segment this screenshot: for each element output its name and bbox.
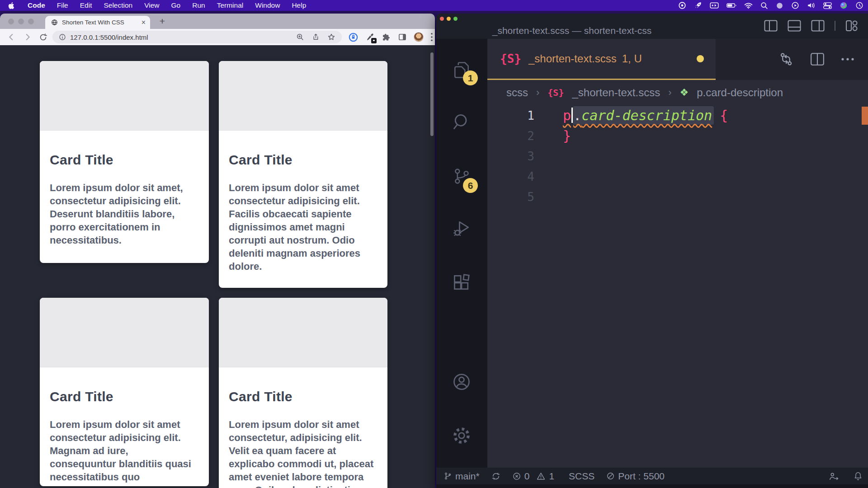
card-3-title: Card Title bbox=[50, 389, 197, 404]
live-server-status[interactable]: Port : 5500 bbox=[606, 471, 665, 482]
siri-icon[interactable] bbox=[840, 1, 848, 9]
play-circle-icon[interactable] bbox=[791, 1, 799, 9]
card-2: Card Title Lorem ipsum dolor sit amet co… bbox=[219, 61, 387, 288]
card-1-image-placeholder bbox=[40, 61, 209, 131]
git-branch-status[interactable]: main* bbox=[443, 471, 480, 482]
problems-status[interactable]: 0 1 bbox=[512, 471, 554, 482]
menu-window[interactable]: Window bbox=[249, 1, 286, 9]
search-icon[interactable] bbox=[760, 2, 768, 9]
line-number: 4 bbox=[487, 170, 534, 183]
menu-run[interactable]: Run bbox=[186, 1, 211, 9]
browser-minimize-button[interactable] bbox=[18, 19, 24, 24]
site-info-icon[interactable] bbox=[59, 33, 66, 41]
open-changes-icon[interactable] bbox=[778, 52, 794, 67]
screen-mirror-icon[interactable] bbox=[710, 2, 719, 9]
browser-zoom-button[interactable] bbox=[28, 19, 34, 24]
customize-layout-icon[interactable] bbox=[845, 20, 858, 32]
bookmark-star-icon[interactable] bbox=[327, 33, 335, 41]
chevron-right-icon: › bbox=[668, 87, 671, 99]
notifications-bell-icon[interactable] bbox=[854, 471, 863, 481]
card-4-text: Lorem ipsum dolor sit amet consectetur, … bbox=[229, 418, 376, 488]
new-tab-button[interactable]: + bbox=[156, 15, 169, 28]
menu-go[interactable]: Go bbox=[165, 1, 187, 9]
accounts-icon[interactable] bbox=[452, 372, 472, 392]
card-1: Card Title Lorem ipsum dolor sit amet, c… bbox=[40, 61, 209, 263]
browser-toolbar: 127.0.0.1:5500/index.html bbox=[0, 29, 435, 45]
apple-menu-icon[interactable] bbox=[0, 2, 22, 9]
control-center-icon[interactable] bbox=[823, 2, 832, 9]
profile-avatar[interactable] bbox=[414, 32, 424, 42]
clock-icon[interactable] bbox=[855, 1, 863, 9]
color-picker-icon[interactable] bbox=[365, 33, 375, 42]
menu-view[interactable]: View bbox=[138, 1, 165, 9]
toggle-panel-icon[interactable] bbox=[788, 20, 801, 32]
editor-tab-label: _shorten-text.scss bbox=[528, 52, 617, 65]
toggle-sidebar-icon[interactable] bbox=[764, 20, 778, 32]
feedback-icon[interactable] bbox=[828, 471, 839, 481]
page-scrollbar-thumb[interactable] bbox=[430, 52, 434, 136]
zoom-icon[interactable] bbox=[296, 33, 304, 41]
search-sidebar-icon[interactable] bbox=[452, 112, 472, 132]
browser-tab-strip: Shorten Text With CSS × + bbox=[0, 14, 435, 29]
menu-help[interactable]: Help bbox=[286, 1, 312, 9]
browser-menu-kebab-icon[interactable] bbox=[430, 33, 433, 42]
split-editor-icon[interactable] bbox=[810, 52, 825, 66]
unsaved-dot-icon[interactable] bbox=[697, 55, 704, 62]
card-2-text: Lorem ipsum dolor sit amet consectetur a… bbox=[229, 181, 376, 273]
menu-edit[interactable]: Edit bbox=[74, 1, 98, 9]
code-line-3: 3 bbox=[487, 146, 868, 166]
editor-tab[interactable]: {S} _shorten-text.scss 1, U bbox=[487, 39, 716, 80]
back-icon[interactable] bbox=[6, 32, 16, 42]
menu-selection[interactable]: Selection bbox=[98, 1, 138, 9]
code-editor[interactable]: 1 p.card-description{ 2 } 3 4 5 bbox=[487, 105, 868, 468]
vscode-close-button[interactable] bbox=[440, 17, 444, 21]
record-icon[interactable] bbox=[678, 1, 686, 9]
scss-file-icon: {S} bbox=[547, 87, 564, 98]
breadcrumb-folder[interactable]: scss bbox=[506, 86, 528, 99]
tab-close-icon[interactable]: × bbox=[142, 19, 146, 26]
browser-window: Shorten Text With CSS × + 127.0.0.1:5500… bbox=[0, 14, 435, 488]
reload-icon[interactable] bbox=[39, 33, 47, 42]
code-line-5: 5 bbox=[487, 187, 868, 207]
run-debug-icon[interactable] bbox=[452, 218, 472, 238]
vscode-minimize-button[interactable] bbox=[447, 17, 451, 21]
password-manager-icon[interactable] bbox=[348, 32, 359, 42]
card-2-title: Card Title bbox=[229, 152, 376, 168]
volume-icon[interactable] bbox=[807, 2, 816, 9]
sync-changes-button[interactable] bbox=[491, 472, 500, 481]
more-actions-icon[interactable] bbox=[841, 57, 854, 61]
menu-terminal[interactable]: Terminal bbox=[211, 1, 250, 9]
card-1-text: Lorem ipsum dolor sit amet, consectetur … bbox=[50, 181, 197, 247]
dnd-icon[interactable] bbox=[776, 2, 783, 9]
vscode-title-bar: _shorten-text.scss — shorten-text-css bbox=[436, 14, 868, 39]
forward-icon[interactable] bbox=[23, 32, 33, 42]
vscode-window-title: _shorten-text.scss — shorten-text-css bbox=[445, 25, 698, 36]
settings-gear-icon[interactable] bbox=[452, 426, 472, 446]
extensions-icon[interactable] bbox=[452, 272, 472, 292]
breadcrumb-symbol[interactable]: p.card-description bbox=[697, 86, 783, 99]
toggle-secondary-sidebar-icon[interactable] bbox=[811, 20, 825, 32]
browser-close-button[interactable] bbox=[8, 19, 14, 24]
url-text[interactable]: 127.0.0.1:5500/index.html bbox=[70, 33, 296, 41]
selector-tag-token: p bbox=[563, 108, 571, 123]
line-number: 2 bbox=[487, 129, 534, 143]
card-3-text: Lorem ipsum dolor sit amet consectetur a… bbox=[50, 418, 197, 486]
address-bar[interactable]: 127.0.0.1:5500/index.html bbox=[52, 31, 342, 43]
wifi-icon[interactable] bbox=[744, 2, 753, 9]
rocket-icon[interactable] bbox=[694, 1, 702, 9]
battery-icon[interactable] bbox=[726, 3, 736, 8]
share-icon[interactable] bbox=[312, 33, 320, 41]
card-2-image-placeholder bbox=[219, 61, 387, 131]
card-3-image-placeholder bbox=[40, 298, 209, 367]
vscode-zoom-button[interactable] bbox=[453, 17, 458, 21]
vscode-activity-bar bbox=[436, 39, 487, 468]
breadcrumb-file[interactable]: _shorten-text.scss bbox=[572, 86, 660, 99]
language-mode[interactable]: SCSS bbox=[569, 471, 594, 482]
line-number: 3 bbox=[487, 150, 534, 163]
vscode-status-bar: main* 0 1 SCSS Port : 5500 bbox=[436, 468, 868, 484]
extensions-puzzle-icon[interactable] bbox=[382, 33, 391, 42]
side-panel-icon[interactable] bbox=[398, 33, 407, 42]
menu-app-name[interactable]: Code bbox=[22, 1, 51, 9]
menu-file[interactable]: File bbox=[51, 1, 74, 9]
browser-tab[interactable]: Shorten Text With CSS × bbox=[45, 16, 150, 29]
